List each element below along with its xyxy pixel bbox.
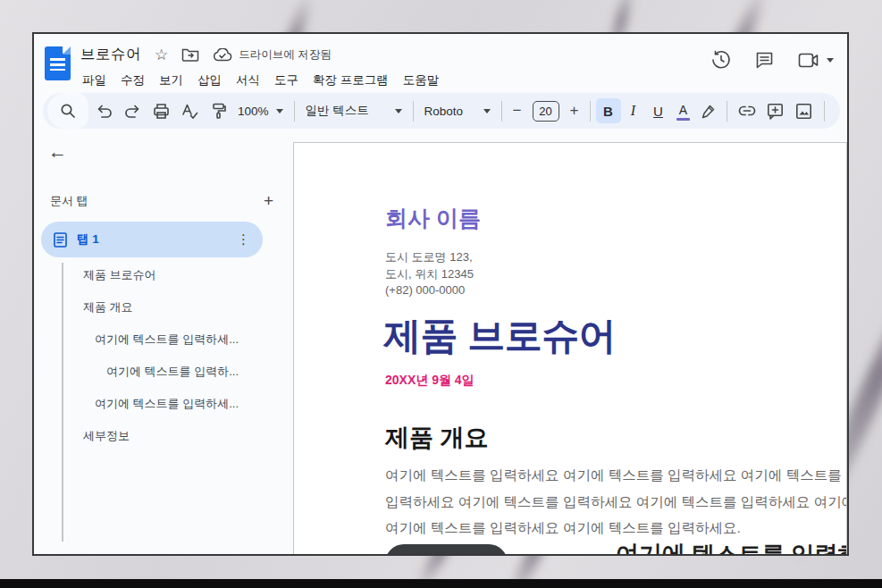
cloud-saved-icon	[213, 48, 232, 62]
document-tabs-header: 문서 탭 +	[50, 191, 273, 211]
image-icon	[795, 103, 812, 120]
italic-button[interactable]: I	[621, 98, 646, 123]
brochure-title[interactable]: 제품 브로슈어	[383, 311, 616, 361]
paragraph-style-value: 일반 텍스트	[306, 103, 369, 119]
print-button[interactable]	[147, 97, 174, 125]
menu-help[interactable]: 도움말	[396, 71, 447, 90]
toolbar-divider	[727, 101, 727, 122]
spelling-check-button[interactable]	[176, 97, 203, 125]
toolbar-divider	[413, 101, 414, 122]
hide-tabs-button[interactable]: ←	[48, 141, 67, 163]
address-line: 도시 도로명 123,	[385, 249, 474, 266]
text-color-label: A	[679, 104, 687, 116]
body-line: 여기에 텍스트를 입력하세요 여기에 텍스트를 입력하세요.	[385, 515, 847, 542]
menu-format[interactable]: 서식	[229, 71, 267, 90]
body-line: 여기에 텍스트를 입력하세요 여기에 텍스트를 입력하세요 여기에 텍스트를 입…	[385, 462, 847, 489]
screen-bottom-bar	[0, 579, 882, 588]
google-docs-logo-icon[interactable]	[45, 46, 71, 80]
outline-item[interactable]: 제품 브로슈어	[83, 267, 156, 283]
bold-button[interactable]: B	[596, 98, 621, 123]
company-address[interactable]: 도시 도로명 123, 도시, 위치 12345 (+82) 000-0000	[385, 249, 474, 299]
text-color-button[interactable]: A	[671, 98, 696, 123]
move-folder-icon[interactable]	[181, 47, 199, 62]
toolbar: 100% 일반 텍스트 Roboto − 20 + B I U A	[43, 93, 840, 129]
spellcheck-icon	[181, 103, 198, 120]
add-tab-button[interactable]: +	[264, 191, 273, 211]
increase-font-size-button[interactable]: +	[565, 102, 584, 120]
next-section-heading[interactable]: 여기에 텍스트를 입력하세요	[616, 539, 847, 556]
document-page[interactable]: 회사 이름 도시 도로명 123, 도시, 위치 12345 (+82) 000…	[293, 142, 847, 556]
template-pill-button[interactable]	[385, 544, 508, 556]
outline-item[interactable]: 여기에 텍스트를 입력하세...	[95, 332, 239, 348]
company-name-heading[interactable]: 회사 이름	[385, 204, 481, 233]
menu-tools[interactable]: 도구	[267, 71, 306, 90]
menu-view[interactable]: 보기	[152, 71, 190, 90]
meet-join-control[interactable]	[798, 53, 834, 68]
menu-edit[interactable]: 수정	[113, 71, 152, 90]
zoom-select[interactable]: 100%	[232, 105, 289, 118]
decrease-font-size-button[interactable]: −	[508, 102, 527, 120]
undo-button[interactable]	[90, 97, 117, 125]
menu-extensions[interactable]: 확장 프로그램	[306, 71, 396, 90]
undo-icon	[96, 104, 113, 118]
save-status-label: 드라이브에 저장됨	[239, 47, 331, 63]
body-line: 입력하세요 여기에 텍스트를 입력하세요 여기에 텍스트를 입력하세요 여기에 …	[385, 489, 847, 516]
chevron-down-icon	[276, 109, 283, 113]
tab-document-icon	[54, 232, 67, 248]
outline-item[interactable]: 세부정보	[83, 428, 130, 444]
highlight-color-button[interactable]	[696, 98, 721, 123]
highlighter-icon	[701, 104, 716, 119]
outline-item[interactable]: 여기에 텍스트를 입력하세...	[95, 396, 239, 412]
toolbar-divider	[590, 101, 591, 122]
brochure-date[interactable]: 20XX년 9월 4일	[385, 373, 475, 389]
outline-item[interactable]: 여기에 텍스트를 입력하...	[106, 364, 239, 380]
search-icon	[60, 103, 76, 119]
insert-image-button[interactable]	[791, 97, 818, 125]
comments-icon[interactable]	[755, 51, 774, 70]
insert-link-button[interactable]	[734, 97, 760, 125]
logo-lines	[50, 58, 65, 71]
toolbar-divider	[501, 101, 502, 122]
paint-format-button[interactable]	[205, 97, 231, 125]
body-paragraph[interactable]: 여기에 텍스트를 입력하세요 여기에 텍스트를 입력하세요 여기에 텍스트를 입…	[385, 462, 847, 542]
chevron-down-icon	[827, 58, 834, 63]
tab-item-selected[interactable]: 탭 1 ⋮	[41, 222, 263, 257]
menu-bar: 파일 수정 보기 삽입 서식 도구 확장 프로그램 도움말	[75, 71, 446, 90]
header-actions	[711, 50, 834, 70]
add-comment-icon	[767, 103, 784, 120]
text-color-swatch	[676, 118, 690, 122]
redo-icon	[124, 104, 141, 118]
save-status[interactable]: 드라이브에 저장됨	[213, 47, 331, 63]
redo-button[interactable]	[119, 97, 146, 125]
menu-file[interactable]: 파일	[75, 71, 113, 90]
tab-options-kebab-icon[interactable]: ⋮	[237, 231, 250, 248]
title-row: 브로슈어 ☆ 드라이브에 저장됨	[80, 45, 332, 64]
outline-item[interactable]: 제품 개요	[83, 299, 133, 315]
zoom-value: 100%	[238, 105, 269, 118]
link-icon	[738, 105, 756, 116]
search-menus-button[interactable]	[47, 93, 88, 129]
toolbar-divider	[294, 101, 295, 122]
font-family-select[interactable]: Roboto	[419, 105, 496, 118]
version-history-icon[interactable]	[711, 50, 731, 70]
document-title[interactable]: 브로슈어	[80, 45, 141, 64]
add-comment-button[interactable]	[762, 97, 789, 125]
font-size-input[interactable]: 20	[533, 101, 559, 122]
star-icon[interactable]: ☆	[155, 46, 168, 64]
paragraph-style-select[interactable]: 일반 텍스트	[300, 103, 407, 119]
chevron-down-icon	[483, 109, 491, 113]
logo-fold	[63, 46, 71, 55]
underline-button[interactable]: U	[646, 98, 671, 123]
font-family-value: Roboto	[424, 105, 464, 118]
paint-roller-icon	[211, 103, 226, 120]
chevron-down-icon	[395, 109, 402, 113]
tabs-header-label: 문서 탭	[50, 193, 88, 209]
google-docs-window: 브로슈어 ☆ 드라이브에 저장됨 파일 수정 보기 삽입 서식 도구 확장 프로…	[32, 32, 849, 556]
video-camera-icon	[798, 53, 819, 68]
menu-insert[interactable]: 삽입	[190, 71, 229, 90]
address-line: 도시, 위치 12345	[385, 266, 474, 283]
section-heading[interactable]: 제품 개요	[385, 422, 489, 454]
toolbar-divider	[824, 101, 825, 122]
outline-indent-line	[62, 263, 63, 542]
tab-label: 탭 1	[77, 231, 227, 248]
